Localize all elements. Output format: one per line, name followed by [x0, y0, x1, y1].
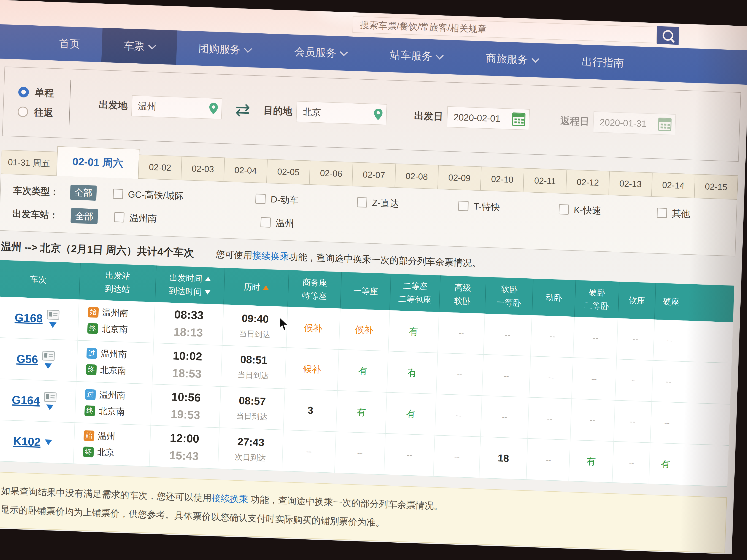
search-icon — [663, 30, 673, 41]
transfer-tip: 您可使用接续换乘功能，查询途中换乘一次的部分列车余票情况。 — [215, 248, 481, 270]
train-link[interactable]: G164 — [12, 393, 40, 407]
train-type-all-badge[interactable]: 全部 — [70, 185, 97, 201]
trip-type-oneway-label: 单程 — [34, 86, 54, 100]
pass-badge: 过 — [85, 389, 96, 400]
return-date-group: 返程日 2020-01-31 — [560, 110, 676, 135]
seat-cell: -- — [653, 320, 686, 362]
train-link[interactable]: G56 — [16, 352, 38, 366]
checkbox-icon — [113, 189, 123, 199]
chevron-down-icon — [148, 42, 156, 49]
train-results-table: 车次 出发站到达站 出发时间 到达时间 历时 商务座特等座 一等座 二等座二等包… — [0, 260, 734, 487]
col-stations: 出发站到达站 — [79, 263, 156, 302]
col-emu-sleeper: 动卧 — [532, 278, 575, 317]
seat-cell: -- — [482, 355, 530, 397]
date-tab[interactable]: 02-13 — [609, 171, 653, 197]
col-train: 车次 — [0, 260, 80, 299]
transfer-link[interactable]: 接续换乘 — [252, 250, 289, 262]
train-type-label: 车次类型： — [13, 184, 70, 198]
date-tab[interactable]: 02-10 — [480, 166, 524, 192]
search-form: 单程 往返 出发地 温州 目的地 北京 — [2, 66, 741, 162]
checkbox-icon — [255, 194, 266, 204]
date-tab[interactable]: 02-06 — [309, 161, 353, 186]
filter-checkbox-z[interactable]: Z-直达 — [357, 196, 459, 212]
col-times-sort[interactable]: 出发时间 到达时间 — [155, 266, 225, 304]
seat-cell: -- — [529, 356, 573, 399]
col-premium-sleeper: 高级软卧 — [439, 275, 486, 314]
filter-checkbox-d[interactable]: D-动车 — [255, 192, 357, 208]
nav-item-home[interactable]: 首页 — [37, 26, 103, 62]
train-cell: G168 — [0, 296, 79, 340]
sort-asc-icon[interactable] — [205, 276, 211, 282]
chevron-down-icon — [436, 51, 444, 59]
date-tab[interactable]: 02-11 — [523, 168, 567, 194]
stations-cell: 过温州南 终北京南 — [76, 341, 153, 384]
note-text: 如果查询结果中没有满足需求的车次，您还可以使用 — [1, 486, 212, 503]
id-card-icon — [42, 351, 55, 361]
return-date-input[interactable]: 2020-01-31 — [593, 111, 676, 135]
date-tab[interactable]: 02-12 — [566, 169, 610, 195]
nav-item-group-services[interactable]: 团购服务 — [176, 30, 273, 68]
from-field-group: 出发地 温州 — [98, 94, 223, 119]
duration-cell: 08:57当日到达 — [219, 387, 284, 430]
date-tab[interactable]: 02-09 — [437, 165, 482, 191]
to-input[interactable]: 北京 — [296, 101, 387, 125]
swap-stations-button[interactable] — [235, 101, 251, 119]
date-tab-active[interactable]: 02-01 周六 — [56, 146, 139, 179]
expand-row-icon[interactable] — [46, 404, 54, 410]
seat-cell: 有 — [388, 310, 439, 352]
nav-item-member-services[interactable]: 会员服务 — [272, 34, 369, 72]
depart-date-input[interactable]: 2020-02-01 — [447, 106, 530, 130]
calendar-icon[interactable] — [512, 112, 526, 126]
date-tab[interactable]: 02-07 — [352, 162, 396, 188]
date-tab[interactable]: 02-04 — [224, 158, 268, 184]
seat-cell: -- — [612, 442, 650, 484]
date-tab-prev[interactable]: 01-31 周五 — [1, 150, 57, 176]
date-tab[interactable]: 02-05 — [266, 159, 311, 185]
date-tab[interactable]: 02-14 — [651, 172, 696, 198]
nav-item-business-travel[interactable]: 商旅服务 — [464, 41, 561, 78]
filter-checkbox-k[interactable]: K-快速 — [559, 203, 657, 219]
nav-label: 站车服务 — [390, 48, 433, 63]
filter-checkbox-t[interactable]: T-特快 — [458, 199, 559, 215]
nav-item-station-services[interactable]: 站车服务 — [368, 37, 465, 75]
depart-station-all-badge[interactable]: 全部 — [71, 208, 98, 224]
duration-cell: 08:51当日到达 — [221, 346, 286, 389]
seat-cell: 有 — [337, 350, 388, 392]
seat-cell: -- — [334, 432, 385, 474]
seat-cell: -- — [527, 398, 571, 440]
from-input[interactable]: 温州 — [131, 95, 223, 119]
site-search-button[interactable] — [656, 26, 679, 45]
sort-asc-active-icon[interactable] — [263, 285, 269, 290]
train-link[interactable]: K102 — [13, 434, 41, 449]
filter-checkbox-other[interactable]: 其他 — [656, 206, 724, 221]
terminal-badge: 终 — [84, 405, 96, 416]
expand-row-icon[interactable] — [45, 439, 52, 445]
col-duration-sort[interactable]: 历时 — [223, 268, 289, 307]
filter-checkbox-wenzhounan[interactable]: 温州南 — [114, 211, 261, 229]
nav-label: 会员服务 — [294, 45, 337, 60]
times-cell: 12:0015:43 — [149, 426, 219, 469]
date-tab[interactable]: 02-08 — [394, 164, 439, 189]
filter-checkbox-wenzhou[interactable]: 温州 — [260, 216, 365, 232]
date-tab[interactable]: 02-02 — [138, 155, 182, 181]
expand-row-icon[interactable] — [44, 363, 52, 369]
nav-item-tickets[interactable]: 车票 — [101, 28, 177, 65]
expand-row-icon[interactable] — [49, 322, 56, 328]
col-soft-sleeper: 软卧一等卧 — [485, 277, 533, 315]
sort-desc-icon[interactable] — [205, 290, 211, 295]
train-link[interactable]: G168 — [15, 311, 43, 325]
times-cell: 10:5619:53 — [151, 384, 221, 427]
nav-label: 出行指南 — [582, 55, 624, 70]
transfer-link[interactable]: 接续换乘 — [211, 493, 248, 504]
seat-cell: -- — [437, 312, 485, 354]
trip-type-round[interactable]: 往返 — [18, 105, 54, 119]
origin-badge: 始 — [88, 307, 99, 318]
pass-badge: 过 — [86, 348, 98, 359]
nav-item-travel-guide[interactable]: 出行指南 — [560, 44, 646, 81]
date-tab[interactable]: 02-03 — [181, 156, 225, 182]
filter-checkbox-gc[interactable]: GC-高铁/城际 — [112, 187, 256, 205]
date-tab[interactable]: 02-15 — [694, 174, 738, 200]
checkbox-icon — [656, 208, 667, 218]
trip-type-oneway[interactable]: 单程 — [18, 85, 54, 100]
seat-cell: -- — [526, 439, 570, 481]
